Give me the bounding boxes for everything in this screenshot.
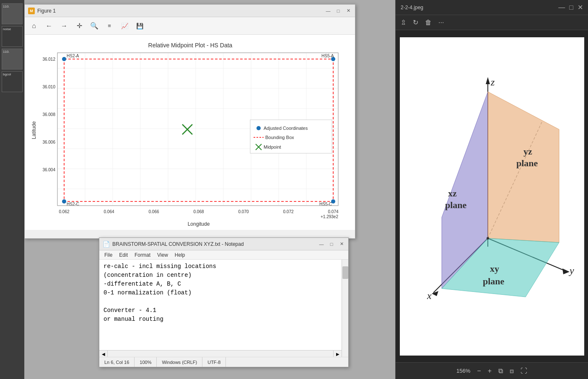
minimize-button[interactable]: — — [325, 8, 332, 14]
sidebar-item-2[interactable]: 110. — [2, 49, 23, 70]
plot-svg: Relative Midpoint Plot - HS Data — [28, 38, 352, 230]
notepad-statusbar: Ln 6, Col 16 100% Windows (CRLF) UTF-8 — [99, 357, 348, 367]
legend-bb-label: Bounding Box — [265, 135, 294, 140]
notepad-menu-file[interactable]: File — [101, 250, 116, 260]
notepad-encoding: UTF-8 — [202, 357, 226, 367]
sidebar-item-0[interactable]: 110. — [2, 3, 23, 24]
viewer-title: 2-2-4.jpeg — [401, 5, 423, 10]
notepad-menu-edit[interactable]: Edit — [116, 250, 131, 260]
notepad-menu-help[interactable]: Help — [171, 250, 189, 260]
x-offset: +1.293e2 — [321, 214, 338, 219]
y-axis-label: Latitude — [31, 121, 37, 139]
xy-label: xy — [490, 263, 499, 274]
notepad-window: 📄 BRAINSTORM-SPATIAL CONVERSION XYZ.txt … — [99, 237, 349, 367]
legend-mid-label: Midpoint — [264, 144, 281, 150]
notepad-minimize-button[interactable]: — — [318, 241, 325, 248]
x-axis-label: Longitude — [188, 221, 210, 227]
viewer-rotate-button[interactable]: ↻ — [411, 17, 420, 28]
home-button[interactable]: ⌂ — [27, 19, 41, 33]
x-tick-3: 0.068 — [193, 209, 204, 214]
plot-container: Relative Midpoint Plot - HS Data — [25, 35, 355, 230]
figure-title: Figure 1 — [37, 8, 56, 14]
notepad-menu-format[interactable]: Format — [131, 250, 154, 260]
notepad-line-ending: Windows (CRLF) — [157, 357, 202, 367]
scrollbar-thumb[interactable] — [342, 266, 348, 279]
xy-label2: plane — [483, 276, 505, 286]
sidebar-item-3[interactable]: bgcol — [2, 71, 23, 92]
viewer-fullscreen-button[interactable]: ⛶ — [521, 367, 527, 375]
forward-button[interactable]: → — [57, 19, 71, 33]
maximize-button[interactable]: □ — [335, 8, 342, 14]
notepad-scrollbar[interactable] — [342, 260, 348, 357]
notepad-window-controls: — □ ✕ — [318, 241, 345, 248]
notepad-title-group: 📄 BRAINSTORM-SPATIAL CONVERSION XYZ.txt … — [103, 241, 244, 248]
viewer-more-button[interactable]: ··· — [437, 17, 446, 28]
notepad-menu: File Edit Format View Help — [99, 250, 348, 260]
y-tick-2: 36.008 — [42, 112, 55, 117]
viewer-zoom-level: 156% — [456, 368, 470, 374]
viewer-zoom-in-button[interactable]: + — [488, 367, 492, 375]
legend-adj-icon — [256, 126, 261, 130]
sidebar: 110. noise 110. bgcol — [0, 0, 24, 379]
sidebar-thumb-label-3: bgcol — [3, 72, 11, 76]
save-button[interactable]: 💾 — [133, 19, 146, 33]
x-tick-5: 0.072 — [283, 209, 293, 214]
svg-point-35 — [487, 237, 489, 240]
svg-text:y: y — [569, 265, 574, 276]
point-hs2-c — [62, 199, 66, 204]
x-tick-2: 0.066 — [148, 209, 159, 214]
legend-adj-label: Adjusted Coordinates — [264, 126, 308, 131]
notepad-hscrollbar[interactable]: ◀ ▶ — [99, 350, 342, 357]
yz-label2: plane — [516, 158, 538, 168]
viewer-zoom-out-button[interactable]: − — [477, 367, 481, 375]
figure-title-group: M Figure 1 — [28, 8, 56, 14]
sidebar-thumb-label-0: 110. — [3, 5, 10, 8]
sidebar-thumb-label-2: 110. — [3, 50, 10, 54]
x-tick-1: 0.064 — [104, 209, 114, 214]
back-button[interactable]: ← — [42, 19, 56, 33]
plot-button[interactable]: 📈 — [118, 19, 131, 33]
viewer-toolbar: ⇫ ↻ 🗑 ··· — [396, 15, 588, 30]
viewer-window-controls: — □ ✕ — [558, 3, 583, 11]
window-controls: — □ ✕ — [325, 8, 352, 14]
viewer-minimize-button[interactable]: — — [558, 3, 565, 11]
viewer-image-area: z y x xz plane — [396, 30, 588, 362]
viewer-delete-button[interactable]: 🗑 — [423, 17, 433, 28]
y-tick-1: 36.010 — [42, 85, 55, 89]
figure-toolbar: ⌂ ← → ✛ 🔍 ≡ 📈 💾 — [25, 17, 355, 35]
label-hs5-a: HS5-A — [321, 54, 334, 58]
y-tick-4: 36.004 — [42, 168, 55, 172]
notepad-position: Ln 6, Col 16 — [99, 357, 135, 367]
viewer-close-button[interactable]: ✕ — [578, 3, 583, 11]
notepad-titlebar: 📄 BRAINSTORM-SPATIAL CONVERSION XYZ.txt … — [99, 238, 348, 250]
x-tick-4: 0.070 — [238, 209, 249, 214]
viewer-image-svg: z y x xz plane — [400, 37, 584, 356]
viewer-fit-button[interactable]: ⧉ — [498, 367, 503, 375]
x-tick-6: 0.074 — [328, 209, 338, 214]
svg-text:z: z — [490, 77, 495, 88]
notepad-content[interactable]: re-calc - incl missing locations (concen… — [99, 260, 348, 354]
label-hs2-a: HS2-A — [67, 54, 79, 58]
notepad-title: BRAINSTORM-SPATIAL CONVERSION XYZ.txt - … — [112, 241, 244, 247]
viewer-maximize-button[interactable]: □ — [569, 3, 573, 11]
image-viewer: 2-2-4.jpeg — □ ✕ ⇫ ↻ 🗑 ··· z y x — [395, 0, 588, 379]
viewer-share-button[interactable]: ⇫ — [399, 17, 408, 28]
viewer-titlebar: 2-2-4.jpeg — □ ✕ — [396, 0, 588, 15]
xz-label: xz — [448, 188, 457, 199]
viewer-actual-button[interactable]: ⧈ — [510, 367, 514, 375]
y-tick-3: 36.006 — [42, 140, 55, 144]
svg-text:x: x — [427, 290, 432, 301]
adjust-button[interactable]: ≡ — [103, 19, 116, 33]
notepad-menu-view[interactable]: View — [154, 250, 171, 260]
close-button[interactable]: ✕ — [345, 8, 352, 14]
notepad-maximize-button[interactable]: □ — [328, 241, 335, 248]
figure-titlebar: M Figure 1 — □ ✕ — [25, 5, 355, 17]
pan-button[interactable]: ✛ — [73, 19, 86, 33]
y-tick-0: 36.012 — [42, 57, 55, 62]
plot-title: Relative Midpoint Plot - HS Data — [148, 42, 233, 49]
notepad-zoom: 100% — [135, 357, 157, 367]
notepad-close-button[interactable]: ✕ — [338, 241, 345, 248]
zoom-button[interactable]: 🔍 — [88, 19, 101, 33]
xz-label2: plane — [445, 200, 467, 210]
sidebar-item-1[interactable]: noise — [2, 26, 23, 47]
